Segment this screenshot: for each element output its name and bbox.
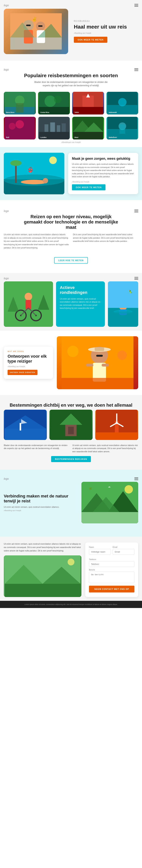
svg-point-18 xyxy=(54,96,61,103)
hero-nav: logo xyxy=(4,4,138,7)
near-far-btn-row: BESTEMMINGEN BEKIJKEN xyxy=(4,456,138,462)
svg-point-119 xyxy=(67,559,75,565)
svg-point-32 xyxy=(16,120,24,128)
hamburger-menu-2[interactable] xyxy=(135,68,138,71)
form-submit-button[interactable]: NEEM CONTACT MET ONS OP xyxy=(89,586,135,592)
active-text: Ut enim ad minim veniam, quis nostrud ex… xyxy=(60,297,101,310)
worry-section: 👙 Maak je geen zorgen, wees gelukkig Ut … xyxy=(0,147,142,200)
destinations-nav: logo xyxy=(4,68,138,71)
contact-inner: Ut enim ad minim veniam, quis nostrud ex… xyxy=(4,542,138,597)
active-inner: Actieve rondleidingen Ut enim ad minim v… xyxy=(4,281,138,327)
dest-card-1[interactable]: Bora Bora xyxy=(4,92,36,115)
hero-cta-button[interactable]: OOK MEER TE WETEN xyxy=(74,37,107,43)
nature-title: Verbinding maken met de natuur terwijl j… xyxy=(4,494,78,503)
svg-text:👙: 👙 xyxy=(27,167,34,173)
svg-point-55 xyxy=(43,178,48,183)
svg-rect-22 xyxy=(82,96,94,109)
designed-badge: WAT WE DOEN xyxy=(7,350,49,352)
hamburger-menu-5[interactable] xyxy=(135,477,138,480)
dest-card-4[interactable]: Indonesië xyxy=(106,92,138,115)
hero-badge: REISBUREAU xyxy=(74,20,136,22)
worry-title: Maak je geen zorgen, wees gelukkig xyxy=(72,157,135,161)
near-far-cta-button[interactable]: BESTEMMINGEN BEKIJKEN xyxy=(51,456,91,462)
svg-rect-49 xyxy=(119,124,125,134)
destinations-credit: Afbeeldingen van Freepik xyxy=(4,142,138,143)
dest-card-5[interactable]: Bali xyxy=(4,117,36,140)
dest-card-2[interactable]: Costa Rica xyxy=(38,92,70,115)
svg-text:Indonesië: Indonesië xyxy=(109,112,117,113)
svg-point-61 xyxy=(25,293,32,300)
designed-card: WAT WE DOEN Ontworpen voor elk type reiz… xyxy=(4,347,53,379)
svg-text:Bali: Bali xyxy=(6,136,9,138)
svg-rect-106 xyxy=(96,432,138,440)
hero-content: ✌️ REISBUREAU Haal meer uit uw reis Afbe… xyxy=(4,9,138,54)
travel-level-cta-button[interactable]: LEER HOE TE WETEN xyxy=(54,257,88,264)
destinations-grid: Bora Bora Costa Rica xyxy=(4,92,138,140)
email-input[interactable] xyxy=(113,549,135,555)
form-name-row: Naam xyxy=(89,546,111,555)
hamburger-menu-4[interactable] xyxy=(135,277,138,280)
svg-rect-39 xyxy=(39,132,69,140)
near-far-col1: Blader door de onderstaande onderwerpen … xyxy=(4,444,70,453)
active-nav: logo xyxy=(4,277,138,280)
svg-point-58 xyxy=(10,160,22,166)
dest-card-7[interactable]: Maui xyxy=(72,117,104,140)
svg-text:☁: ☁ xyxy=(108,485,111,488)
svg-rect-111 xyxy=(81,512,138,523)
name-input[interactable] xyxy=(89,549,111,555)
svg-text:Costa Rica: Costa Rica xyxy=(40,112,50,113)
dest-card-6[interactable]: Londen xyxy=(38,117,70,140)
svg-point-105 xyxy=(115,422,118,424)
nf-card-2[interactable] xyxy=(50,410,92,440)
destinations-section: logo Populaire reisbestemmingen en soort… xyxy=(0,61,142,147)
message-label: Bericht xyxy=(89,569,135,571)
travel-level-title: Reizen op een hoger niveau, mogelijk gem… xyxy=(24,214,118,230)
svg-rect-57 xyxy=(15,164,17,183)
near-far-cols: Blader door de onderstaande onderwerpen … xyxy=(4,444,138,453)
svg-rect-4 xyxy=(26,25,31,26)
logo: logo xyxy=(4,4,9,7)
name-label: Naam xyxy=(89,546,111,548)
logo-3: logo xyxy=(4,210,9,213)
svg-rect-99 xyxy=(68,427,74,434)
worry-image: 👙 xyxy=(4,153,64,194)
contact-left-image xyxy=(4,555,81,597)
message-textarea[interactable] xyxy=(89,572,135,583)
hero-credit: Afbeelding van Freepik xyxy=(74,32,136,34)
contact-left: Ut enim ad minim veniam, quis nostrud ex… xyxy=(4,542,81,597)
nf-card-3[interactable] xyxy=(95,410,138,440)
dest-card-3[interactable]: Tokio xyxy=(72,92,104,115)
contact-form: Naam Email Telefoon Bericht NEEM CONTACT… xyxy=(85,542,138,597)
svg-point-89 xyxy=(117,350,127,360)
active-card: Actieve rondleidingen Ut enim ad minim v… xyxy=(56,281,105,327)
nature-nav: logo xyxy=(4,477,138,480)
phone-label: Telefoon xyxy=(89,558,135,560)
travel-level-texts: Ut enim ad minim veniam, quis nostrud ex… xyxy=(4,233,138,253)
near-far-col2: Ut enim ad minim veniam, quis nostrud ex… xyxy=(72,444,138,453)
hamburger-menu[interactable] xyxy=(135,4,138,7)
hamburger-menu-3[interactable] xyxy=(135,210,138,212)
svg-rect-78 xyxy=(108,281,138,308)
svg-text:Londen: Londen xyxy=(40,136,47,138)
worry-credit: Afbeelding van Freepik xyxy=(72,181,135,183)
svg-rect-87 xyxy=(61,378,134,389)
worry-cta-button[interactable]: OOK MEER TE WETEN xyxy=(72,184,106,190)
svg-rect-90 xyxy=(96,355,103,357)
svg-text:Tokio: Tokio xyxy=(75,112,79,113)
svg-text:Maui: Maui xyxy=(75,136,78,138)
dest-card-8[interactable]: Malediven xyxy=(106,117,138,140)
svg-text:Bora Bora: Bora Bora xyxy=(6,112,15,113)
svg-point-112 xyxy=(124,485,133,494)
worry-card: Maak je geen zorgen, wees gelukkig Ut en… xyxy=(68,153,138,194)
designed-cta-button[interactable]: ONTDEK ONZE DIENSTEN xyxy=(7,370,37,375)
phone-input[interactable] xyxy=(89,561,135,567)
svg-rect-118 xyxy=(5,584,81,597)
nf-card-1[interactable] xyxy=(4,410,47,440)
hero-image: ✌️ xyxy=(4,9,68,54)
designed-inner: WAT WE DOEN Ontworpen voor elk type reiz… xyxy=(4,336,138,389)
contact-section: Ut enim ad minim veniam, quis nostrud ex… xyxy=(0,537,142,601)
designed-credit: Afbeelding van Freepik xyxy=(7,366,49,368)
svg-point-88 xyxy=(67,346,79,357)
active-title: Actieve rondleidingen xyxy=(60,285,101,295)
svg-point-56 xyxy=(49,156,57,164)
